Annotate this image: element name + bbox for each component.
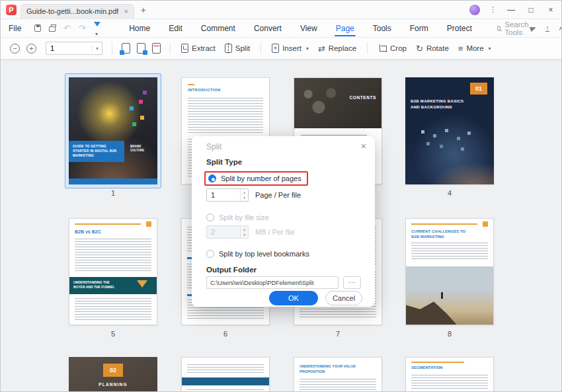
pages-unit-label: Page / Per file <box>255 191 301 199</box>
extract-button[interactable]: Extract <box>180 41 217 56</box>
page-thumbnail-12[interactable]: SEGMENTATION <box>405 357 494 392</box>
menu-page[interactable]: Page <box>335 20 356 37</box>
page-4-preview: 01 B2B MARKETING BASICS AND BACKGROUND <box>405 77 494 184</box>
page-thumbnail-5[interactable]: B2B vs B2C UNDERSTANDING THE BUYER AND T… <box>69 218 157 338</box>
maximize-button[interactable]: □ <box>526 5 536 15</box>
menu-view[interactable]: View <box>299 20 319 37</box>
menubar: File ↶ ↷ ▾ Home Edit Comment Convert Vie… <box>1 19 561 38</box>
page-11-preview: UNDERSTANDING YOUR VALUE PROPOSITION <box>294 357 382 392</box>
page-thumbnail-11[interactable]: UNDERSTANDING YOUR VALUE PROPOSITION <box>294 357 382 392</box>
dialog-title: Split <box>206 142 221 151</box>
user-avatar[interactable] <box>469 5 480 15</box>
section-band <box>182 377 269 385</box>
insert-page-after-icon[interactable] <box>137 43 145 54</box>
redo-icon[interactable]: ↷ <box>79 23 86 33</box>
menu-tools[interactable]: Tools <box>372 20 393 37</box>
menu-file[interactable]: File <box>9 24 21 33</box>
page-5-preview: B2B vs B2C UNDERSTANDING THE BUYER AND T… <box>69 218 157 325</box>
accent-mark <box>411 223 477 225</box>
page-10-preview <box>181 357 270 392</box>
dialog-close-icon[interactable]: × <box>361 141 366 151</box>
insert-page-before-icon[interactable] <box>122 43 130 54</box>
save-icon[interactable] <box>34 24 40 32</box>
minimize-button[interactable]: — <box>506 5 516 15</box>
menu-comment[interactable]: Comment <box>200 20 237 37</box>
search-icon <box>497 26 501 31</box>
zoom-in-button[interactable]: + <box>26 44 36 54</box>
delete-page-icon[interactable] <box>152 43 161 54</box>
share-icon[interactable] <box>530 24 537 32</box>
tab-close-icon[interactable]: × <box>124 7 128 15</box>
menu-home[interactable]: Home <box>128 20 151 37</box>
divider <box>112 42 112 54</box>
replace-icon: ⇄ <box>318 44 325 53</box>
text-lines <box>187 364 264 375</box>
document-tab[interactable]: Guide-to-getti...book-min.pdf × <box>20 4 134 19</box>
pages-count-stepper[interactable]: ▴▾ <box>206 188 249 202</box>
close-button[interactable]: × <box>545 5 556 15</box>
page-heading: INTRODUCTION <box>188 88 221 92</box>
search-tools[interactable]: Search Tools <box>497 20 530 36</box>
page-toolbar: − + ▾ Extract Split Insert ▾ ⇄ Replace <box>1 38 561 59</box>
titlebar: P Guide-to-getti...book-min.pdf × + ⋮ — … <box>1 1 561 19</box>
chevron-down-icon[interactable]: ▾ <box>92 46 102 52</box>
pages-per-file-row: ▴▾ Page / Per file <box>206 188 301 202</box>
app-window: P Guide-to-getti...book-min.pdf × + ⋮ — … <box>0 0 562 392</box>
browse-folder-button[interactable]: ··· <box>343 276 361 289</box>
upload-icon[interactable]: ↑ <box>545 24 549 32</box>
undo-icon[interactable]: ↶ <box>63 23 71 33</box>
radio-selected-icon[interactable] <box>208 175 216 182</box>
funnel-icon <box>94 22 100 26</box>
rotate-button[interactable]: ↻ Rotate <box>415 42 450 56</box>
split-type-label: Split Type <box>206 158 242 166</box>
quick-access-icons: ↶ ↷ ▾ <box>34 19 102 38</box>
radio-icon[interactable] <box>206 250 214 258</box>
output-folder-label: Output Folder <box>206 266 257 274</box>
output-path-input[interactable] <box>206 276 339 289</box>
menu-edit[interactable]: Edit <box>167 20 184 37</box>
option-split-by-bookmarks[interactable]: Split by top level bookmarks <box>206 250 309 258</box>
crop-icon <box>378 44 387 53</box>
insert-button[interactable]: Insert ▾ <box>270 41 310 56</box>
size-input <box>207 228 235 236</box>
page-thumbnail-9[interactable]: 02 PLANNING <box>69 357 157 392</box>
stepper-arrows-icon[interactable]: ▴▾ <box>240 189 248 202</box>
option-split-by-size[interactable]: Split by file size <box>206 214 269 221</box>
replace-label: Replace <box>329 44 356 52</box>
insert-icon <box>272 44 279 53</box>
replace-button[interactable]: ⇄ Replace <box>317 42 358 56</box>
split-label: Split <box>235 44 250 52</box>
page-thumbnail-1[interactable]: GUIDE TO GETTING STARTED IN DIGITAL B2B … <box>69 77 157 197</box>
page-9-preview: 02 PLANNING <box>69 357 157 392</box>
accent-mark <box>188 84 194 85</box>
kebab-menu-icon[interactable]: ⋮ <box>489 5 497 14</box>
chevron-down-icon: ▾ <box>489 46 491 52</box>
page-heading: B2B vs B2C <box>75 229 101 234</box>
more-button[interactable]: ≡ More ▾ <box>457 42 493 56</box>
page-thumbnail-10[interactable] <box>181 357 270 392</box>
customize-toolbar-button[interactable]: ▾ <box>94 19 102 38</box>
extract-label: Extract <box>192 44 216 52</box>
menu-protect[interactable]: Protect <box>446 20 473 37</box>
radio-icon[interactable] <box>206 214 214 221</box>
collapse-toolbar-icon[interactable]: ∧ <box>559 25 562 32</box>
output-folder-row: ··· <box>206 276 361 289</box>
text-lines <box>188 98 263 134</box>
cancel-button[interactable]: Cancel <box>325 291 362 305</box>
page-thumbnail-8[interactable]: CURRENT CHALLENGES TO B2B MARKETING 8 <box>405 218 494 338</box>
tab-title: Guide-to-getti...book-min.pdf <box>26 7 118 15</box>
zoom-out-button[interactable]: − <box>10 44 20 54</box>
ok-button[interactable]: OK <box>269 291 318 305</box>
menu-form[interactable]: Form <box>409 20 430 37</box>
crop-button[interactable]: Crop <box>377 42 408 56</box>
split-button[interactable]: Split <box>223 41 251 56</box>
pages-count-input[interactable] <box>207 191 235 199</box>
option-split-by-pages[interactable]: Split by number of pages <box>204 171 308 186</box>
page-number-spinner[interactable]: ▾ <box>46 42 102 55</box>
page-thumbnail-4[interactable]: 01 B2B MARKETING BASICS AND BACKGROUND 4 <box>405 77 494 197</box>
page-number-input[interactable] <box>46 44 86 52</box>
brand-logo-text: BRAND CULTURE <box>130 145 155 153</box>
new-tab-button[interactable]: + <box>141 5 146 15</box>
print-icon[interactable] <box>49 26 56 32</box>
menu-convert[interactable]: Convert <box>253 20 283 37</box>
